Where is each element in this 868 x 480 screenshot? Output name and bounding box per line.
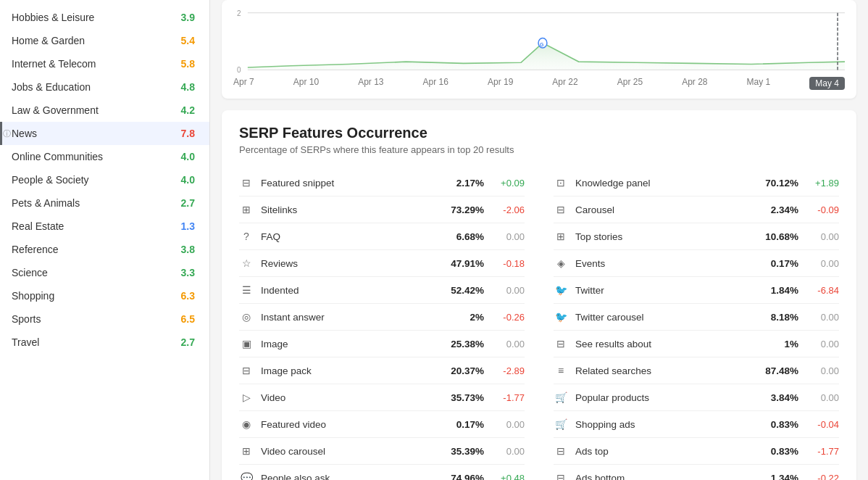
serp-feature-delta: -2.89 [488,365,525,376]
sidebar-item-online-communities[interactable]: Online Communities4.0 [0,145,209,168]
chart-area: 2 0 G [233,9,845,74]
serp-feature-row: ⊞Top stories10.68%0.00 [554,223,839,250]
chart-svg: 2 0 G [233,9,845,74]
sidebar-item-label: Online Communities [12,151,103,162]
sidebar-item-sports[interactable]: Sports6.5 [0,307,209,331]
serp-feature-delta: -0.04 [803,419,839,430]
serp-feature-pct: 74.96% [444,473,484,481]
sidebar-item-reference[interactable]: Reference3.8 [0,238,209,261]
sidebar-item-value: 3.9 [181,12,195,23]
sidebar-item-news[interactable]: ⓘNews7.8 [0,122,209,145]
serp-feature-name: Ads top [575,446,759,457]
serp-feature-pct: 2.34% [759,204,798,215]
chart-x-labels: Apr 7Apr 10Apr 13Apr 16Apr 19Apr 22Apr 2… [233,74,845,90]
serp-feature-row: ⊟Carousel2.34%-0.09 [554,196,839,223]
serp-feature-row: ◈Events0.17%0.00 [554,250,839,277]
serp-feature-icon: ⊟ [554,202,568,217]
sidebar-item-label: Home & Garden [12,35,85,46]
serp-feature-row: ⊟Featured snippet2.17%+0.09 [239,170,525,196]
serp-feature-icon: 💬 [239,471,254,480]
serp-feature-delta: -2.06 [488,204,525,215]
sidebar-item-jobs---education[interactable]: Jobs & Education4.8 [0,75,209,99]
sidebar-item-internet---telecom[interactable]: Internet & Telecom5.8 [0,52,209,75]
serp-feature-delta: -1.77 [488,392,525,403]
sidebar-item-value: 4.0 [181,151,195,162]
serp-feature-row: ◉Featured video0.17%0.00 [239,411,525,438]
sidebar-item-label: Jobs & Education [12,81,91,93]
sidebar-item-value: 5.4 [181,35,195,46]
serp-feature-pct: 25.38% [444,339,484,349]
chart-x-label: Apr 16 [423,77,448,90]
sidebar-item-travel[interactable]: Travel2.7 [0,331,209,354]
serp-feature-delta: +0.48 [488,473,525,481]
chart-container: 2 0 G Apr 7Apr 10Apr 13Apr 16Apr 19Apr 2… [222,0,856,99]
serp-feature-pct: 47.91% [444,258,484,269]
sidebar-item-home---garden[interactable]: Home & Garden5.4 [0,29,209,52]
serp-feature-icon: ⊟ [239,175,254,190]
serp-feature-name: Video carousel [261,446,444,457]
sidebar-item-pets---animals[interactable]: Pets & Animals2.7 [0,191,209,215]
serp-feature-delta: 0.00 [803,231,839,242]
serp-feature-pct: 73.29% [444,204,484,215]
serp-feature-delta: 0.00 [488,285,525,296]
serp-feature-row: ☆Reviews47.91%-0.18 [239,250,525,277]
serp-feature-name: Sitelinks [261,204,444,215]
serp-feature-pct: 1.84% [759,285,798,296]
serp-feature-icon: ≡ [554,363,568,378]
serp-feature-pct: 6.68% [444,231,484,242]
serp-features-container: SERP Features Occurrence Percentage of S… [222,110,856,480]
serp-feature-row: ?FAQ6.68%0.00 [239,223,525,250]
serp-feature-name: People also ask [261,473,444,481]
sidebar-item-label: Science [12,267,48,278]
serp-feature-row: 🛒Popular products3.84%0.00 [554,384,839,411]
serp-feature-row: ⊟Ads top0.83%-1.77 [554,438,839,465]
serp-feature-pct: 35.39% [444,446,484,457]
serp-feature-icon: ▣ [239,336,254,351]
serp-feature-icon: 🐦 [554,283,568,297]
serp-feature-icon: ☆ [239,256,254,270]
serp-feature-icon: ⊟ [554,444,568,458]
serp-feature-pct: 0.83% [759,446,798,457]
svg-text:G: G [540,41,544,48]
serp-feature-pct: 0.17% [444,419,484,430]
sidebar-item-law---government[interactable]: Law & Government4.2 [0,99,209,122]
sidebar-item-value: 1.3 [181,220,195,232]
serp-feature-row: ▣Image25.38%0.00 [239,331,525,357]
serp-feature-icon: ▷ [239,390,254,405]
sidebar-item-hobbies---leisure[interactable]: Hobbies & Leisure3.9 [0,6,209,29]
serp-feature-pct: 8.18% [759,312,798,323]
serp-feature-name: Image pack [261,365,444,376]
sidebar-item-value: 7.8 [181,128,195,139]
serp-feature-icon: ◉ [239,417,254,431]
sidebar-item-value: 2.7 [181,336,195,348]
sidebar-item-value: 3.8 [181,244,195,255]
serp-feature-icon: ⊞ [239,444,254,458]
serp-feature-icon: ⊡ [554,175,568,190]
sidebar-item-label: Sports [12,313,41,325]
chart-x-label: Apr 7 [233,77,254,90]
sidebar-item-value: 6.3 [181,290,195,302]
serp-feature-delta: -0.26 [488,312,525,323]
serp-feature-name: Instant answer [261,312,444,323]
serp-feature-icon: ? [239,229,254,244]
serp-feature-name: Popular products [575,392,759,403]
serp-feature-row: ☰Indented52.42%0.00 [239,277,525,304]
info-icon: ⓘ [3,128,11,139]
serp-feature-name: Top stories [575,231,759,242]
serp-feature-row: 💬People also ask74.96%+0.48 [239,465,525,480]
serp-feature-name: Image [261,339,444,349]
sidebar-item-value: 4.8 [181,81,195,93]
serp-feature-name: Video [261,392,444,403]
serp-feature-name: Ads bottom [575,473,759,481]
sidebar-item-label: News [12,128,37,139]
sidebar-item-people---society[interactable]: People & Society4.0 [0,168,209,191]
serp-feature-pct: 35.73% [444,392,484,403]
serp-feature-icon: ◈ [554,256,568,270]
serp-feature-delta: -0.18 [488,258,525,269]
sidebar-item-science[interactable]: Science3.3 [0,261,209,284]
serp-feature-delta: 0.00 [488,446,525,457]
serp-feature-pct: 0.17% [759,258,798,269]
sidebar-item-real-estate[interactable]: Real Estate1.3 [0,215,209,238]
serp-feature-icon: 🛒 [554,417,568,431]
sidebar-item-shopping[interactable]: Shopping6.3 [0,284,209,307]
